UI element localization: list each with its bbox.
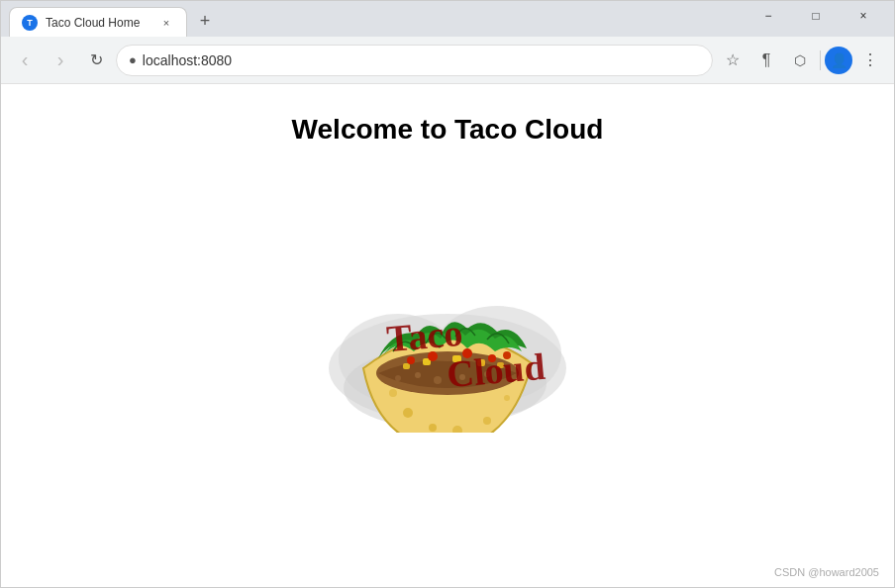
- menu-button[interactable]: ⋮: [854, 45, 886, 76]
- url-bar[interactable]: ● localhost:8080: [116, 45, 713, 76]
- svg-point-5: [403, 408, 413, 418]
- translate-button[interactable]: ¶: [750, 45, 782, 76]
- bookmark-button[interactable]: ☆: [717, 45, 748, 76]
- tab-area: T Taco Cloud Home × +: [9, 1, 746, 37]
- refresh-icon: ↻: [90, 50, 103, 69]
- back-icon: ‹: [22, 49, 29, 71]
- window-controls: − □ ×: [746, 1, 886, 37]
- toolbar-right: ☆ ¶ ⬡ 👤 ⋮: [717, 45, 886, 76]
- browser-window: T Taco Cloud Home × + − □ × ‹ › ↻ ● loca…: [0, 0, 895, 588]
- translate-icon: ¶: [762, 51, 771, 69]
- active-tab[interactable]: T Taco Cloud Home ×: [9, 7, 187, 37]
- svg-point-16: [395, 375, 401, 381]
- tab-favicon: T: [22, 15, 38, 31]
- lock-icon: ●: [129, 52, 137, 67]
- maximize-button[interactable]: □: [793, 1, 839, 31]
- svg-point-6: [429, 424, 437, 432]
- bookmark-icon: ☆: [726, 50, 740, 69]
- profile-icon: 👤: [831, 52, 847, 68]
- watermark: CSDN @howard2005: [774, 566, 879, 578]
- taco-logo: Taco Cloud: [279, 175, 616, 433]
- profile-button[interactable]: 👤: [825, 47, 852, 74]
- page-content: Welcome to Taco Cloud: [1, 84, 894, 587]
- forward-icon: ›: [57, 49, 64, 71]
- close-button[interactable]: ×: [841, 1, 886, 31]
- svg-point-9: [389, 389, 397, 397]
- svg-text:Cloud: Cloud: [446, 345, 547, 395]
- minimize-button[interactable]: −: [746, 1, 791, 31]
- svg-point-8: [483, 417, 491, 425]
- svg-point-12: [415, 372, 421, 378]
- svg-rect-20: [403, 363, 410, 369]
- url-text: localhost:8080: [143, 52, 700, 68]
- toolbar-divider: [820, 50, 821, 70]
- back-button[interactable]: ‹: [9, 45, 41, 76]
- title-bar: T Taco Cloud Home × + − □ ×: [1, 1, 894, 37]
- extension-icon: ⬡: [794, 52, 806, 68]
- svg-point-10: [504, 395, 510, 401]
- tab-close-button[interactable]: ×: [158, 15, 174, 31]
- extension-button[interactable]: ⬡: [784, 45, 816, 76]
- taco-cloud-svg: Taco Cloud: [279, 175, 616, 433]
- refresh-button[interactable]: ↻: [80, 45, 112, 76]
- page-title: Welcome to Taco Cloud: [292, 114, 604, 146]
- tab-label: Taco Cloud Home: [46, 16, 150, 30]
- forward-button[interactable]: ›: [45, 45, 76, 76]
- menu-icon: ⋮: [862, 50, 878, 69]
- address-bar: ‹ › ↻ ● localhost:8080 ☆ ¶ ⬡ 👤: [1, 37, 894, 84]
- new-tab-button[interactable]: +: [191, 7, 219, 35]
- svg-point-13: [434, 376, 442, 384]
